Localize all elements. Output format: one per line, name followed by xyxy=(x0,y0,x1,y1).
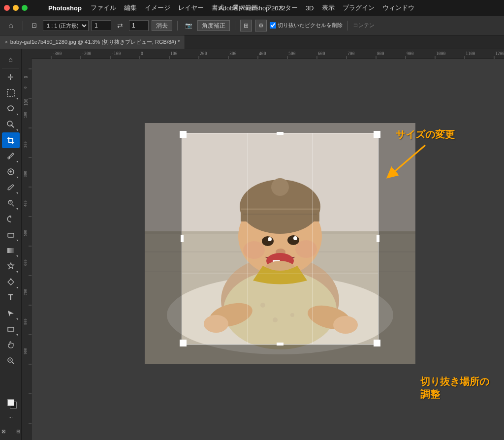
close-button[interactable] xyxy=(4,5,10,11)
minimize-button[interactable] xyxy=(13,5,19,11)
canvas-area[interactable]: -300 -200 -100 0 100 200 300 xyxy=(22,49,504,440)
clear-button[interactable]: 消去 xyxy=(152,20,172,31)
svg-text:S: S xyxy=(9,201,11,204)
svg-text:0: 0 xyxy=(24,76,29,78)
crop-pos-label: 切り抜き場所の調整 xyxy=(420,375,489,401)
svg-text:500: 500 xyxy=(24,230,28,236)
clone-tool[interactable]: S xyxy=(2,195,20,211)
svg-text:1000: 1000 xyxy=(436,52,445,56)
delete-pixels-label[interactable]: 切り抜いたピクセルを削除 xyxy=(270,22,343,29)
svg-text:900: 900 xyxy=(407,52,414,56)
svg-point-96 xyxy=(271,178,289,196)
svg-rect-93 xyxy=(241,204,319,221)
maximize-button[interactable] xyxy=(22,5,28,11)
magic-wand-tool[interactable] xyxy=(2,117,20,132)
svg-point-83 xyxy=(260,303,265,308)
home-tool[interactable]: ⌂ xyxy=(2,51,20,67)
ruler-h-ticks: -300 -200 -100 0 100 200 300 xyxy=(32,49,504,59)
eyedropper-tool[interactable] xyxy=(2,148,20,164)
content-aware-label: コンテン xyxy=(353,22,375,29)
height-field[interactable] xyxy=(129,20,149,31)
text-tool[interactable]: T xyxy=(2,290,20,306)
home-button[interactable]: ⌂ xyxy=(4,19,18,32)
shape-tool[interactable] xyxy=(2,321,20,337)
separator3 xyxy=(235,21,235,31)
svg-text:400: 400 xyxy=(24,200,28,207)
more-tools[interactable]: ··· xyxy=(2,412,20,422)
path-select-tool[interactable] xyxy=(2,306,20,321)
lasso-tool[interactable] xyxy=(2,101,20,117)
svg-text:700: 700 xyxy=(347,52,355,56)
crop-tool[interactable] xyxy=(2,132,20,148)
image-container xyxy=(145,123,415,364)
ruler-corner xyxy=(22,49,32,59)
tab-filename: baby-gaf1e7b450_1280.jpg @ 41.3% (切り抜きプレ… xyxy=(10,38,180,46)
history-brush-tool[interactable] xyxy=(2,211,20,227)
brush-tool[interactable] xyxy=(2,180,20,195)
svg-line-108 xyxy=(391,145,425,175)
svg-text:100: 100 xyxy=(170,52,178,56)
separator4 xyxy=(347,21,348,31)
tool-bottom-left[interactable]: ⊠ xyxy=(0,426,9,436)
svg-text:200: 200 xyxy=(200,52,207,56)
gradient-tool[interactable] xyxy=(2,243,20,258)
svg-text:-200: -200 xyxy=(82,52,91,56)
menu-window[interactable]: ウィンドウ xyxy=(378,1,418,14)
eraser-tool[interactable] xyxy=(2,227,20,243)
svg-text:800: 800 xyxy=(377,52,384,56)
document-tab[interactable]: × baby-gaf1e7b450_1280.jpg @ 41.3% (切り抜き… xyxy=(0,35,185,49)
svg-point-99 xyxy=(268,237,272,241)
svg-text:0: 0 xyxy=(24,87,28,89)
svg-point-88 xyxy=(204,315,228,333)
menu-file[interactable]: ファイル xyxy=(87,1,120,14)
menu-edit[interactable]: 編集 xyxy=(120,1,141,14)
healing-tool[interactable] xyxy=(2,164,20,180)
angle-correction-button[interactable]: 角度補正 xyxy=(197,20,230,31)
hand-tool[interactable] xyxy=(2,337,20,353)
menu-view[interactable]: 表示 xyxy=(318,1,339,14)
move-tool[interactable]: ✛ xyxy=(2,69,20,85)
tab-bar: × baby-gaf1e7b450_1280.jpg @ 41.3% (切り抜き… xyxy=(0,35,504,49)
menu-bar: Photoshop ファイル 編集 イメージ レイヤー 書式 選択範囲 フィルタ… xyxy=(0,0,504,16)
separator2 xyxy=(177,21,178,31)
camera-icon: 📷 xyxy=(183,20,194,31)
menu-plugins[interactable]: プラグイン xyxy=(339,1,378,14)
svg-rect-0 xyxy=(7,90,14,96)
canvas-background: サイズの変更 切り抜き場所の調整 xyxy=(32,59,504,440)
svg-text:1200: 1200 xyxy=(495,52,504,56)
delete-pixels-checkbox[interactable] xyxy=(270,22,276,29)
svg-point-104 xyxy=(243,241,265,259)
ratio-select[interactable]: 1 : 1 (正方形) xyxy=(43,20,89,31)
pen-tool[interactable] xyxy=(2,274,20,290)
svg-text:300: 300 xyxy=(229,52,237,56)
swap-icon[interactable]: ⇄ xyxy=(114,20,126,31)
grid-icon[interactable]: ⊞ xyxy=(240,20,252,31)
svg-text:500: 500 xyxy=(288,52,296,56)
blur-tool[interactable] xyxy=(2,258,20,274)
svg-point-85 xyxy=(273,317,278,322)
svg-text:1100: 1100 xyxy=(466,52,475,56)
app-name[interactable]: Photoshop xyxy=(45,4,85,12)
marquee-tool[interactable] xyxy=(2,85,20,101)
ruler-horizontal: -300 -200 -100 0 100 200 300 xyxy=(22,49,504,59)
zoom-tool[interactable] xyxy=(2,353,20,369)
svg-text:800: 800 xyxy=(24,318,28,325)
toolbar: ⌂ ✛ S xyxy=(0,49,22,440)
tab-close-icon[interactable]: × xyxy=(5,39,8,45)
resize-label: サイズの変更 xyxy=(396,128,455,141)
width-field[interactable] xyxy=(92,20,111,31)
foreground-color[interactable] xyxy=(2,397,20,412)
app-title: Adobe Photoshop 2022 xyxy=(219,4,285,12)
menu-3d[interactable]: 3D xyxy=(302,2,318,14)
svg-point-84 xyxy=(290,313,294,317)
crop-icon-options: ⊡ xyxy=(28,20,40,31)
apple-icon[interactable] xyxy=(32,3,42,13)
settings-icon[interactable]: ⚙ xyxy=(255,20,267,31)
main-layout: ⌂ ✛ S xyxy=(0,49,504,440)
menu-layer[interactable]: レイヤー xyxy=(174,1,208,14)
svg-text:900: 900 xyxy=(24,348,28,354)
baby-photo xyxy=(145,123,415,364)
svg-text:700: 700 xyxy=(24,289,28,295)
menu-image[interactable]: イメージ xyxy=(141,1,174,14)
svg-text:0: 0 xyxy=(141,52,143,56)
